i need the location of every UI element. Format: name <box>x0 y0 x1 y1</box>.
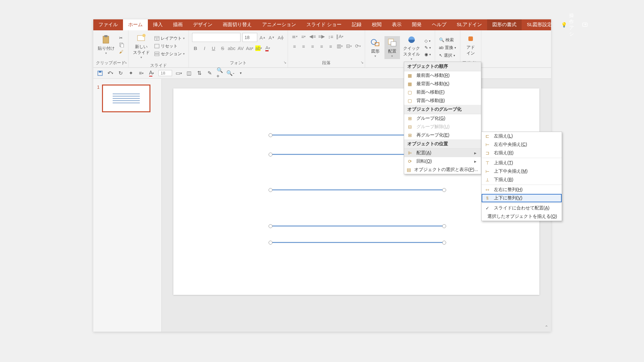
menu-regroup[interactable]: ⊞再グループ化(E) <box>404 131 481 139</box>
align-center-button[interactable]: ≡ <box>300 43 307 50</box>
menu-align-right[interactable]: ⊐右揃え(R) <box>482 149 562 157</box>
tab-slideshow[interactable]: スライド ショー <box>301 19 347 30</box>
char-spacing-button[interactable]: AV <box>237 45 244 52</box>
tab-review[interactable]: 校閲 <box>367 19 387 30</box>
menu-align-center-h[interactable]: ⊢左右中央揃え(C) <box>482 140 562 149</box>
replace-button[interactable]: ab置換▾ <box>438 44 457 51</box>
section-button[interactable]: セクション▾ <box>153 50 186 57</box>
tab-design[interactable]: デザイン <box>188 19 218 30</box>
change-case-button[interactable]: Aa▾ <box>246 45 253 52</box>
menu-align-to-selected[interactable]: 選択したオブジェクトを揃える(O) <box>482 212 562 221</box>
menu-bring-forward[interactable]: ▢前面へ移動(F) <box>404 88 481 96</box>
zoom-in-button[interactable]: 🔍+ <box>217 70 224 77</box>
menu-send-backward[interactable]: ▢背面へ移動(B) <box>404 96 481 105</box>
align-left-button[interactable]: ≡ <box>291 43 298 50</box>
tab-record[interactable]: 記録 <box>347 19 367 30</box>
decrease-indent-button[interactable]: ◀≡ <box>309 33 316 40</box>
align-text-button[interactable]: ⊟▾ <box>345 43 353 50</box>
share-button[interactable] <box>578 19 593 30</box>
shapes-button[interactable]: 図形▾ <box>368 36 383 59</box>
paragraph-dialog-launcher[interactable]: ↘ <box>361 60 363 65</box>
clear-formatting-button[interactable]: Aϕ <box>277 34 284 41</box>
strike-button[interactable]: S <box>219 45 226 52</box>
font-dialog-launcher[interactable]: ↘ <box>283 60 286 65</box>
find-button[interactable]: 🔍検索 <box>438 36 457 44</box>
zoom-out-button[interactable]: 🔍- <box>227 70 234 77</box>
slide-thumbnail-1[interactable] <box>102 85 150 112</box>
underline-button[interactable]: U <box>210 45 217 52</box>
font-color-button[interactable]: A▾ <box>264 45 271 52</box>
tab-transitions[interactable]: 画面切り替え <box>218 19 257 30</box>
tab-draw[interactable]: 描画 <box>168 19 188 30</box>
shadow-button[interactable]: abc <box>228 45 235 52</box>
shape-effects-button[interactable]: ◉▾ <box>423 51 432 57</box>
thumbnail-pane[interactable]: 1 <box>93 79 162 332</box>
increase-indent-button[interactable]: ≡▶ <box>318 33 325 40</box>
shape-line-3[interactable] <box>270 189 445 190</box>
menu-align-to-slide[interactable]: ✓スライドに合わせて配置(A) <box>482 204 562 212</box>
undo-button[interactable]: ↶▾ <box>107 70 114 77</box>
qat-font-size[interactable]: 18 <box>158 70 172 76</box>
select-button[interactable]: ↖選択▾ <box>438 52 457 59</box>
menu-selection-pane[interactable]: ▤オブジェクトの選択と表示(P)... <box>404 166 481 174</box>
menu-bring-to-front[interactable]: ▦最前面へ移動(R) <box>404 71 481 80</box>
font-family-combo[interactable] <box>192 33 240 42</box>
menu-group[interactable]: ⊞グループ化(G) <box>404 114 481 123</box>
tab-help[interactable]: ヘルプ <box>427 19 452 30</box>
menu-align[interactable]: ⊫配置(A)▸ <box>404 149 481 157</box>
tab-view[interactable]: 表示 <box>387 19 407 30</box>
italic-button[interactable]: I <box>201 45 208 52</box>
line-spacing-button[interactable]: ↕≡ <box>327 33 334 40</box>
menu-align-bottom[interactable]: ⊥下揃え(B) <box>482 176 562 184</box>
tab-insert[interactable]: 挿入 <box>148 19 168 30</box>
tab-home[interactable]: ホーム <box>123 19 148 30</box>
tab-shape-format[interactable]: 図形の書式 <box>487 19 522 30</box>
columns-button[interactable]: ▥▾ <box>336 43 343 50</box>
format-painter-button[interactable]: 🖌 <box>118 49 126 55</box>
addins-button[interactable]: アド イン <box>463 32 478 57</box>
font-size-combo[interactable]: 18 <box>242 33 257 42</box>
tell-me-search[interactable]: 💡 操作アシ <box>557 19 578 30</box>
menu-align-left[interactable]: ⊏左揃え(L) <box>482 132 562 140</box>
menu-align-top[interactable]: ⊤上揃え(T) <box>482 159 562 167</box>
grow-font-button[interactable]: A▲ <box>259 34 266 41</box>
copy-button[interactable] <box>118 42 126 48</box>
justify-button[interactable]: ≡ <box>318 43 325 50</box>
shape-line-4[interactable] <box>270 226 445 226</box>
layout-button[interactable]: レイアウト▾ <box>153 35 186 42</box>
shape-outline-button[interactable]: ✎▾ <box>423 45 432 51</box>
tab-file[interactable]: ファイル <box>93 19 123 30</box>
bold-button[interactable]: B <box>192 45 199 52</box>
shape-line-5[interactable] <box>270 242 445 243</box>
clipboard-dialog-launcher[interactable]: ↘ <box>124 60 127 65</box>
highlight-button[interactable]: ab▾ <box>255 45 262 52</box>
menu-distribute-h[interactable]: ⇿左右に整列(H) <box>482 186 562 194</box>
text-direction-button[interactable]: ‖A▾ <box>336 33 343 40</box>
paste-button[interactable]: 貼り付け ▾ <box>96 33 117 56</box>
cut-button[interactable]: ✂ <box>118 35 126 41</box>
menu-rotate[interactable]: ⟳回転(O)▸ <box>404 157 481 166</box>
menu-distribute-v[interactable]: ⥮上下に整列(V) <box>482 194 562 202</box>
menu-align-middle-v[interactable]: ⊢上下中央揃え(M) <box>482 167 562 176</box>
shrink-font-button[interactable]: A▼ <box>268 34 275 41</box>
qat-btn-5[interactable]: ◫ <box>186 70 193 77</box>
qat-btn-3[interactable]: A▾ <box>148 70 155 77</box>
distributed-button[interactable]: ≡ <box>327 43 334 50</box>
quick-styles-button[interactable]: クイック スタイル▾ <box>401 33 422 62</box>
smartart-button[interactable]: ⟳▾ <box>354 43 362 50</box>
qat-btn-1[interactable]: ✦ <box>128 70 135 77</box>
qat-btn-6[interactable]: ⇅ <box>196 70 203 77</box>
align-right-button[interactable]: ≡ <box>309 43 316 50</box>
tab-sladdin[interactable]: SLアドイン <box>452 19 487 30</box>
tab-sl-shape[interactable]: SL図形設定 <box>522 19 557 30</box>
reset-button[interactable]: リセット <box>153 43 186 50</box>
bullets-button[interactable]: ≣▾ <box>291 33 298 40</box>
redo-button[interactable]: ↻ <box>117 70 124 77</box>
arrange-button[interactable]: 配置▾ <box>384 36 400 59</box>
save-button[interactable] <box>97 70 104 77</box>
shape-fill-button[interactable]: ◇▾ <box>423 38 432 44</box>
tab-animations[interactable]: アニメーション <box>257 19 301 30</box>
qat-customize[interactable]: ▾ <box>237 70 244 77</box>
qat-btn-2[interactable]: ≡▾ <box>138 70 145 77</box>
qat-btn-4[interactable]: ▭▾ <box>175 70 182 77</box>
